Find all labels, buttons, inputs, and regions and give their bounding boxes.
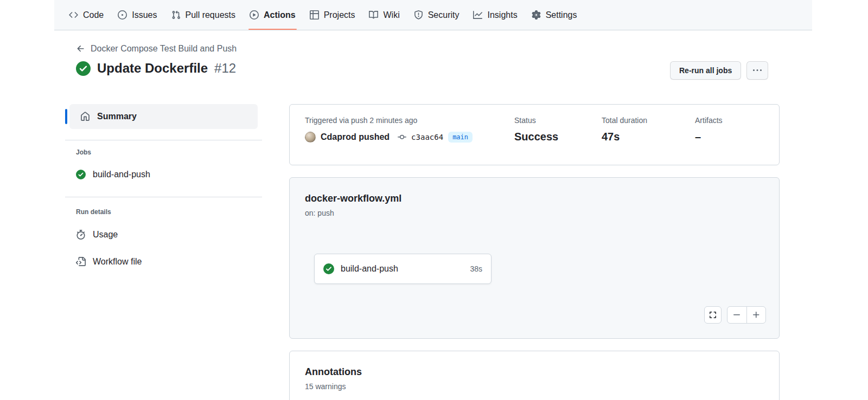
workflow-graph-card: docker-workflow.yml on: push build-and-p… bbox=[289, 177, 780, 339]
usage-label: Usage bbox=[93, 230, 118, 240]
nav-tab-label: Settings bbox=[546, 10, 577, 20]
artifacts-column: Artifacts – bbox=[695, 116, 723, 143]
graph-controls bbox=[704, 306, 766, 324]
shield-icon bbox=[414, 10, 423, 20]
pusher-row: Cdaprod pushed c3aac64 main bbox=[305, 132, 473, 143]
page-title: Update Dockerfile bbox=[97, 61, 208, 76]
header-actions: Re-run all jobs bbox=[670, 61, 768, 80]
annotations-card: Annotations 15 warnings bbox=[289, 351, 780, 400]
workflow-file-label: Workflow file bbox=[93, 257, 142, 267]
sidebar-item-summary[interactable]: Summary bbox=[65, 104, 258, 129]
nav-tab-insights[interactable]: Insights bbox=[466, 0, 524, 30]
breadcrumb-workflow-name: Docker Compose Test Build and Push bbox=[91, 44, 237, 54]
run-number: #12 bbox=[214, 61, 236, 76]
kebab-icon bbox=[753, 66, 762, 75]
check-circle-icon bbox=[76, 170, 86, 179]
book-icon bbox=[369, 10, 378, 20]
sidebar-item-usage[interactable]: Usage bbox=[76, 230, 118, 240]
job-name: build-and-push bbox=[93, 170, 150, 179]
repo-nav: Code Issues Pull requests Actions Projec… bbox=[54, 0, 812, 30]
rerun-all-jobs-button[interactable]: Re-run all jobs bbox=[670, 61, 741, 80]
jobs-heading: Jobs bbox=[76, 149, 91, 156]
zoom-in-button[interactable] bbox=[746, 307, 766, 323]
workflow-trigger: on: push bbox=[305, 209, 334, 217]
sidebar-item-summary-body[interactable]: Summary bbox=[69, 104, 258, 129]
job-node-name: build-and-push bbox=[341, 264, 398, 274]
nav-tab-settings[interactable]: Settings bbox=[525, 0, 584, 30]
duration-column: Total duration 47s bbox=[602, 116, 647, 143]
stopwatch-icon bbox=[76, 230, 86, 240]
nav-tab-pull-requests[interactable]: Pull requests bbox=[164, 0, 243, 30]
arrow-left-icon bbox=[76, 44, 86, 54]
job-node-build-and-push[interactable]: build-and-push 38s bbox=[314, 254, 492, 284]
sidebar-item-workflow-file[interactable]: Workflow file bbox=[76, 257, 142, 267]
check-circle-icon bbox=[76, 61, 91, 76]
artifacts-label: Artifacts bbox=[695, 116, 723, 125]
sidebar-divider bbox=[65, 140, 262, 140]
nav-tab-projects[interactable]: Projects bbox=[303, 0, 362, 30]
nav-tab-label: Insights bbox=[487, 10, 517, 20]
table-icon bbox=[310, 10, 319, 20]
sidebar-summary-label: Summary bbox=[97, 112, 137, 121]
zoom-out-button[interactable] bbox=[727, 307, 746, 323]
issue-opened-icon bbox=[118, 10, 127, 20]
status-column: Status Success bbox=[514, 116, 558, 143]
annotations-warning-count: 15 warnings bbox=[305, 382, 346, 391]
more-options-button[interactable] bbox=[746, 61, 768, 80]
nav-tab-code[interactable]: Code bbox=[62, 0, 111, 30]
graph-icon bbox=[473, 10, 482, 20]
sidebar-divider bbox=[65, 197, 262, 197]
run-summary-card: Triggered via push 2 minutes ago Cdaprod… bbox=[289, 104, 780, 165]
nav-tab-issues[interactable]: Issues bbox=[111, 0, 164, 30]
run-title-row: Update Dockerfile #12 bbox=[76, 61, 236, 76]
workflow-file-name: docker-workflow.yml bbox=[305, 193, 401, 204]
git-pull-request-icon bbox=[171, 10, 181, 20]
zoom-control-group bbox=[727, 306, 766, 324]
run-sidebar: Summary Jobs build-and-push Run details … bbox=[65, 104, 262, 283]
plus-icon bbox=[752, 311, 761, 319]
avatar[interactable] bbox=[305, 132, 316, 143]
job-node-duration: 38s bbox=[470, 264, 482, 273]
home-icon bbox=[80, 112, 90, 121]
nav-tab-label: Projects bbox=[324, 10, 355, 20]
nav-tab-label: Actions bbox=[264, 10, 296, 20]
duration-label: Total duration bbox=[602, 116, 647, 125]
nav-tab-label: Security bbox=[428, 10, 459, 20]
nav-tab-label: Wiki bbox=[383, 10, 399, 20]
nav-tab-label: Code bbox=[83, 10, 104, 20]
triggered-text: Triggered via push 2 minutes ago bbox=[305, 116, 417, 125]
status-label: Status bbox=[514, 116, 558, 125]
nav-tab-label: Pull requests bbox=[186, 10, 236, 20]
commit-sha-link[interactable]: c3aac64 bbox=[411, 133, 443, 141]
nav-tab-wiki[interactable]: Wiki bbox=[362, 0, 406, 30]
active-tab-underline bbox=[248, 29, 297, 30]
play-circle-icon bbox=[250, 10, 259, 20]
gear-icon bbox=[532, 10, 541, 20]
check-circle-icon bbox=[323, 263, 334, 274]
duration-value: 47s bbox=[602, 131, 647, 143]
annotations-title: Annotations bbox=[305, 366, 362, 378]
artifacts-value: – bbox=[695, 131, 723, 143]
git-commit-icon bbox=[398, 133, 406, 141]
branch-badge[interactable]: main bbox=[448, 132, 473, 143]
status-value: Success bbox=[514, 131, 558, 143]
screen-full-icon bbox=[709, 311, 717, 319]
run-details-heading: Run details bbox=[76, 208, 111, 216]
minus-icon bbox=[732, 311, 741, 319]
nav-tab-label: Issues bbox=[132, 10, 157, 20]
file-code-icon bbox=[76, 257, 86, 267]
code-icon bbox=[69, 10, 78, 20]
actor-text: Cdaprod pushed bbox=[321, 132, 390, 142]
selected-accent-bar bbox=[65, 109, 67, 124]
nav-tab-security[interactable]: Security bbox=[407, 0, 467, 30]
breadcrumb[interactable]: Docker Compose Test Build and Push bbox=[76, 44, 237, 54]
fit-view-button[interactable] bbox=[704, 306, 722, 324]
sidebar-job-build-and-push[interactable]: build-and-push bbox=[76, 170, 150, 179]
nav-tab-actions[interactable]: Actions bbox=[242, 0, 303, 30]
